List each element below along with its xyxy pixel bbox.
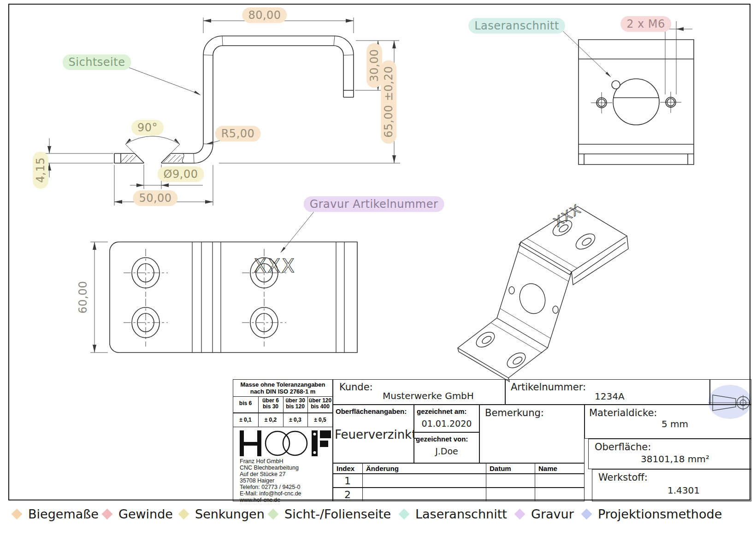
tol-range-0: bis 6	[233, 400, 258, 406]
drawing-sheet: XXX XXX	[0, 0, 756, 553]
sichtseite-diamond-icon	[267, 508, 278, 519]
revision-index-1: 1	[333, 475, 362, 487]
gravur-diamond-icon	[514, 508, 525, 519]
gezeichnet-von-value: J.Doe	[414, 446, 479, 456]
legend-item-biegemasse: Biegemaße	[13, 505, 99, 523]
label-sichtseite: Sichtseite	[63, 54, 131, 70]
tol-value-1: ± 0,2	[258, 417, 283, 423]
company-address: Franz Hof GmbH CNC Blechbearbeitung Auf …	[240, 458, 301, 503]
front-view-dimensions	[555, 21, 692, 94]
tol-value-3: ± 0,5	[307, 417, 333, 423]
gezeichnet-am-label: gezeichnet am:	[417, 407, 467, 415]
side-view	[114, 36, 354, 163]
dim-leg-height: 30,00	[366, 43, 382, 88]
dim-flange-length: 50,00	[133, 190, 177, 206]
front-view-arrowheads	[606, 27, 684, 77]
dim-thread-callout: 2 x M6	[620, 16, 671, 32]
dim-total-height: 65,00 ±0,20	[381, 60, 396, 143]
legend-item-gravur: Gravur	[516, 505, 574, 523]
gewinde-diamond-icon	[101, 508, 112, 519]
werkstoff-label: Werkstoff:	[598, 472, 648, 483]
flat-view	[110, 242, 357, 353]
legend-item-laseranschnitt: Laseranschnitt	[400, 505, 507, 523]
legend-item-projektionsmethode: Projektionsmethode	[583, 505, 722, 523]
senkungen-diamond-icon	[178, 508, 189, 519]
legend-item-sichtseite: Sicht-/Folienseite	[269, 505, 391, 523]
revision-row-1	[333, 474, 585, 488]
tol-range-2: über 30bis 120	[283, 398, 307, 410]
dim-hole-diameter: Ø9,00	[158, 166, 204, 182]
tol-range-3: über 120bis 400	[307, 398, 333, 410]
oberflaechenangaben-label: Oberflächenangaben:	[336, 407, 407, 415]
kunde-label: Kunde:	[339, 382, 373, 393]
projektionsmethode-diamond-icon	[581, 508, 592, 519]
revision-row-2	[333, 488, 585, 501]
label-laseranschnitt: Laseranschnitt	[468, 18, 565, 34]
legend-item-senkungen: Senkungen	[180, 505, 265, 523]
flat-engraving-text: XXX	[254, 255, 295, 276]
dim-countersink-depth: 4,15	[33, 151, 48, 188]
materialdicke-label: Materialdicke:	[589, 407, 657, 418]
kunde-value: Musterwerke GmbH	[383, 390, 474, 401]
oberflaechenangaben-value: Feuerverzinkt	[335, 428, 416, 441]
iso-view	[458, 206, 628, 382]
gezeichnet-von-label: gezeichnet von:	[416, 435, 468, 443]
tol-value-2: ± 0,3	[283, 417, 307, 423]
dim-countersink-angle: 90°	[131, 120, 164, 135]
laseranschnitt-diamond-icon	[398, 508, 409, 519]
side-view-arrowheads	[47, 19, 396, 204]
aenderung-header: Änderung	[366, 465, 399, 472]
oberflaeche-value: 38101,18 mm²	[641, 453, 709, 465]
bemerkung-label: Bemerkung:	[485, 407, 544, 418]
tol-value-0: ± 0,1	[233, 417, 258, 423]
gezeichnet-am-value: 01.01.2020	[414, 418, 479, 429]
index-header: Index	[337, 465, 354, 472]
flat-view-dimensions	[90, 211, 315, 353]
projection-icon-cell	[710, 379, 751, 405]
dim-bend-radius: R5,00	[215, 126, 261, 141]
werkstoff-value: 1.4301	[667, 485, 700, 496]
name-header: Name	[538, 465, 557, 472]
tol-range-1: über 6bis 30	[258, 398, 283, 410]
dim-top-length: 80,00	[242, 7, 287, 23]
revision-index-2: 2	[333, 489, 362, 500]
oberflaeche-label: Oberfläche:	[595, 441, 651, 453]
materialdicke-value: 5 mm	[662, 418, 688, 429]
label-gravur: Gravur Artikelnummer	[304, 196, 444, 212]
biegemasse-diamond-icon	[11, 508, 22, 519]
dim-part-width: 60,00	[75, 275, 91, 319]
front-view	[579, 40, 694, 165]
legend-item-gewinde: Gewinde	[103, 505, 173, 523]
datum-header: Datum	[490, 465, 511, 472]
artikelnummer-label: Artikelnummer:	[511, 382, 586, 393]
artikelnummer-value: 1234A	[595, 391, 625, 402]
tolerance-title: Masse ohne Toleranzangaben nach DIN ISO …	[233, 381, 333, 395]
